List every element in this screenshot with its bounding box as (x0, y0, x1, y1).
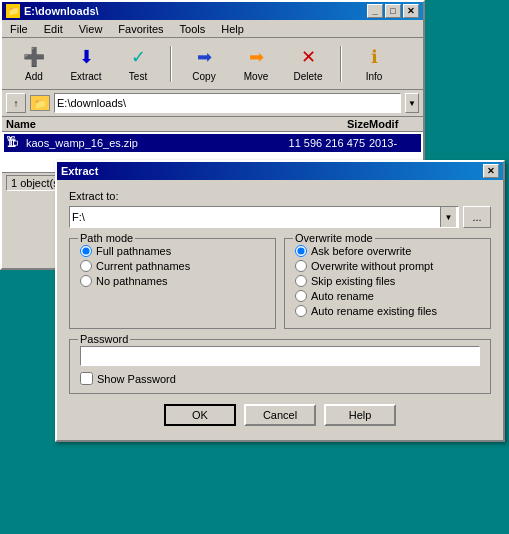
delete-button[interactable]: ✕ Delete (284, 42, 332, 86)
address-bar: ↑ 📁 ▼ (2, 90, 423, 117)
radio-full-pathnames: Full pathnames (80, 245, 265, 257)
toolbar: ➕ Add ⬇ Extract ✓ Test ➡ Copy ➡ Move ✕ D… (2, 38, 423, 90)
dialog-title-text: Extract (61, 165, 98, 177)
move-button[interactable]: ➡ Move (232, 42, 280, 86)
browse-button[interactable]: ... (463, 206, 491, 228)
radio-no-pathnames: No pathnames (80, 275, 265, 287)
radio-auto-rename: Auto rename (295, 290, 480, 302)
password-input[interactable] (80, 346, 480, 366)
radio-overwrite-no-prompt: Overwrite without prompt (295, 260, 480, 272)
radio-skip-existing-input[interactable] (295, 275, 307, 287)
delete-icon: ✕ (296, 45, 320, 69)
table-row[interactable]: 🗜 kaos_wamp_16_es.zip 11 596 216 475 201… (4, 134, 421, 152)
radio-no-pathnames-label: No pathnames (96, 275, 168, 287)
dialog-buttons: OK Cancel Help (69, 404, 491, 430)
test-icon: ✓ (126, 45, 150, 69)
combo-arrow-icon[interactable]: ▼ (440, 207, 456, 227)
file-list-header: Name Size Modif (2, 117, 423, 132)
extract-dialog: Extract ✕ Extract to: F:\ ▼ ... Path mod… (55, 160, 505, 442)
folder-icon: 📁 (30, 95, 50, 111)
menu-view[interactable]: View (75, 22, 107, 36)
radio-overwrite-no-prompt-label: Overwrite without prompt (311, 260, 433, 272)
radio-current-pathnames-label: Current pathnames (96, 260, 190, 272)
zip-file-icon: 🗜 (6, 135, 22, 151)
radio-auto-rename-input[interactable] (295, 290, 307, 302)
move-label: Move (244, 71, 268, 82)
radio-overwrite-no-prompt-input[interactable] (295, 260, 307, 272)
menu-edit[interactable]: Edit (40, 22, 67, 36)
title-controls: _ □ ✕ (367, 4, 419, 18)
add-button[interactable]: ➕ Add (10, 42, 58, 86)
delete-label: Delete (294, 71, 323, 82)
radio-current-pathnames: Current pathnames (80, 260, 265, 272)
radio-full-pathnames-input[interactable] (80, 245, 92, 257)
address-input[interactable] (54, 93, 401, 113)
path-mode-group: Path mode Full pathnames Current pathnam… (69, 238, 276, 329)
overwrite-mode-label: Overwrite mode (293, 232, 375, 244)
copy-label: Copy (192, 71, 215, 82)
radio-ask-overwrite: Ask before overwrite (295, 245, 480, 257)
radio-skip-existing: Skip existing files (295, 275, 480, 287)
show-password-row: Show Password (80, 372, 480, 385)
dialog-body: Extract to: F:\ ▼ ... Path mode Full pat… (57, 180, 503, 440)
menu-file[interactable]: File (6, 22, 32, 36)
radio-auto-rename-existing-input[interactable] (295, 305, 307, 317)
dialog-close-button[interactable]: ✕ (483, 164, 499, 178)
close-button[interactable]: ✕ (403, 4, 419, 18)
extract-to-label: Extract to: (69, 190, 491, 202)
radio-ask-overwrite-label: Ask before overwrite (311, 245, 411, 257)
toolbar-separator-2 (340, 46, 342, 82)
col-size[interactable]: Size (279, 118, 369, 130)
show-password-label: Show Password (97, 373, 176, 385)
menu-favorites[interactable]: Favorites (114, 22, 167, 36)
radio-ask-overwrite-input[interactable] (295, 245, 307, 257)
copy-button[interactable]: ➡ Copy (180, 42, 228, 86)
col-name[interactable]: Name (6, 118, 279, 130)
info-button[interactable]: ℹ Info (350, 42, 398, 86)
col-modif[interactable]: Modif (369, 118, 419, 130)
extract-icon: ⬇ (74, 45, 98, 69)
info-label: Info (366, 71, 383, 82)
menu-help[interactable]: Help (217, 22, 248, 36)
window-title: E:\downloads\ (24, 5, 99, 17)
file-size: 11 596 216 475 (275, 137, 365, 149)
radio-current-pathnames-input[interactable] (80, 260, 92, 272)
ok-button[interactable]: OK (164, 404, 236, 426)
move-icon: ➡ (244, 45, 268, 69)
file-name: kaos_wamp_16_es.zip (26, 137, 271, 149)
overwrite-mode-group: Overwrite mode Ask before overwrite Over… (284, 238, 491, 329)
password-label: Password (78, 333, 130, 345)
menu-bar: File Edit View Favorites Tools Help (2, 20, 423, 38)
extract-button[interactable]: ⬇ Extract (62, 42, 110, 86)
radio-no-pathnames-input[interactable] (80, 275, 92, 287)
extract-label: Extract (70, 71, 101, 82)
maximize-button[interactable]: □ (385, 4, 401, 18)
extract-path-row: F:\ ▼ ... (69, 206, 491, 228)
address-dropdown[interactable]: ▼ (405, 93, 419, 113)
test-label: Test (129, 71, 147, 82)
menu-tools[interactable]: Tools (176, 22, 210, 36)
copy-icon: ➡ (192, 45, 216, 69)
add-icon: ➕ (22, 45, 46, 69)
main-title-bar: 📁 E:\downloads\ _ □ ✕ (2, 2, 423, 20)
up-button[interactable]: ↑ (6, 93, 26, 113)
info-icon: ℹ (362, 45, 386, 69)
cancel-button[interactable]: Cancel (244, 404, 316, 426)
radio-auto-rename-label: Auto rename (311, 290, 374, 302)
extract-path-combo[interactable]: F:\ ▼ (69, 206, 459, 228)
dialog-title-bar: Extract ✕ (57, 162, 503, 180)
options-row: Path mode Full pathnames Current pathnam… (69, 238, 491, 329)
radio-skip-existing-label: Skip existing files (311, 275, 395, 287)
show-password-checkbox[interactable] (80, 372, 93, 385)
password-group: Password Show Password (69, 339, 491, 394)
minimize-button[interactable]: _ (367, 4, 383, 18)
radio-auto-rename-existing-label: Auto rename existing files (311, 305, 437, 317)
help-button[interactable]: Help (324, 404, 396, 426)
title-bar-left: 📁 E:\downloads\ (6, 4, 99, 18)
file-modif: 2013- (369, 137, 419, 149)
path-mode-label: Path mode (78, 232, 135, 244)
extract-path-value: F:\ (72, 211, 85, 223)
radio-auto-rename-existing: Auto rename existing files (295, 305, 480, 317)
toolbar-separator (170, 46, 172, 82)
test-button[interactable]: ✓ Test (114, 42, 162, 86)
